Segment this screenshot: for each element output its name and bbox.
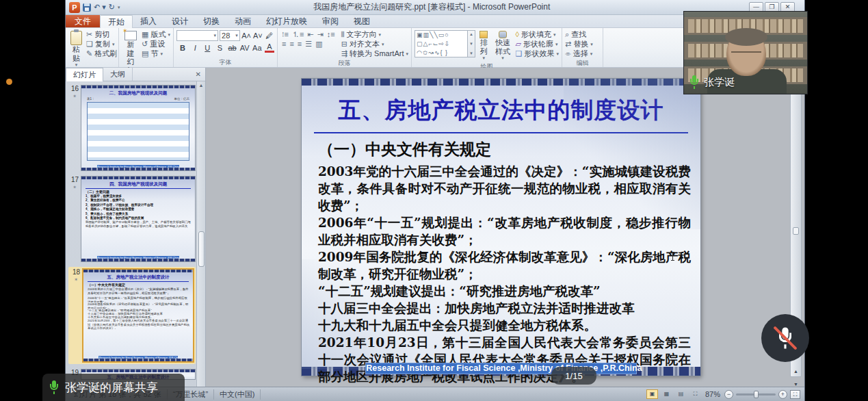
align-left-icon[interactable]: ≡ — [282, 40, 286, 48]
zoom-out-button[interactable]: − — [724, 390, 733, 399]
select-button[interactable]: ⌯选择▾ — [565, 49, 593, 58]
panel-scrollbar[interactable]: ▲ — [196, 81, 205, 387]
slide-thumbnail-16[interactable]: 16✶ 二、我国房地产税现状及问题 表1：单位：亿元 Research Inst… — [68, 85, 196, 171]
slide-thumbnail-17[interactable]: 17✶ 四、我国房地产税现状及问题 （二）主要问题 1、税基窄，税费流失较多 2… — [68, 176, 196, 262]
window-title: 我国房地产税立法问题研究.ppt [兼容模式] - Microsoft Powe… — [120, 1, 744, 13]
presenter-webcam-video[interactable]: 张学诞 — [684, 12, 807, 94]
justify-icon[interactable]: ☰ — [305, 40, 312, 48]
font-size-combobox[interactable]: 28▾ — [220, 30, 240, 41]
panel-close-icon[interactable]: ✕ — [196, 70, 201, 78]
tab-animations[interactable]: 动画 — [227, 15, 259, 27]
zoom-in-button[interactable]: + — [778, 390, 787, 399]
tab-review[interactable]: 审阅 — [315, 15, 346, 27]
find-button[interactable]: ⌕查找 — [565, 30, 593, 39]
new-slide-icon — [124, 31, 137, 40]
presenter-face — [726, 31, 766, 76]
slide-body-text[interactable]: 2003年党的十六届三中全会通过的《决定》：“实施城镇建设税费改革，条件具备时对… — [318, 163, 691, 385]
text-direction-button[interactable]: ⫴文字方向▾ — [341, 30, 408, 39]
underline-button[interactable]: U — [202, 44, 212, 52]
shape-outline-button[interactable]: ▱形状轮廓▾ — [516, 40, 559, 49]
decrease-indent-icon[interactable]: ⇤ — [307, 31, 313, 38]
tab-transitions[interactable]: 切换 — [196, 15, 227, 27]
undo-icon[interactable]: ↶ ▾ — [94, 3, 106, 11]
slide-editing-area: 五、房地产税立法中的制度设计 （一）中央文件有关规定 2003年党的十六届三中全… — [206, 68, 804, 387]
tab-view[interactable]: 视图 — [346, 15, 378, 27]
tab-insert[interactable]: 插入 — [133, 15, 164, 27]
character-spacing-button[interactable]: AV — [240, 44, 250, 52]
reading-view-icon[interactable]: ▤ — [675, 389, 687, 399]
slideshow-icon[interactable]: ⛶ — [689, 389, 701, 399]
mic-green-icon — [49, 380, 59, 394]
decrease-font-icon[interactable]: A˅ — [252, 31, 263, 40]
vertical-scrollbar-thumb[interactable] — [793, 227, 799, 235]
line-spacing-icon[interactable]: ↕≡ — [327, 31, 335, 38]
increase-indent-icon[interactable]: ⇥ — [317, 31, 324, 38]
language-label[interactable]: 中文(中国) — [214, 389, 261, 400]
tab-slideshow[interactable]: 幻灯片放映 — [259, 15, 315, 27]
copy-button[interactable]: ❏复制▾ — [86, 40, 117, 49]
italic-button[interactable]: I — [190, 44, 200, 52]
tab-home[interactable]: 开始 — [100, 15, 133, 28]
shapes-gallery-scroll[interactable]: ▲▼▼ — [468, 30, 475, 57]
tab-file[interactable]: 文件 — [66, 15, 100, 27]
copy-icon: ❏ — [86, 40, 93, 48]
zoom-slider-knob[interactable] — [754, 391, 759, 398]
increase-font-icon[interactable]: A˄ — [241, 31, 252, 40]
microphone-mute-button[interactable] — [761, 314, 809, 362]
numbering-icon[interactable]: ⒈≡ — [292, 31, 304, 38]
paste-button[interactable]: 粘贴▾ — [68, 30, 84, 68]
align-text-button[interactable]: ⊟对齐文本▾ — [341, 40, 408, 49]
change-case-button[interactable]: Aa — [252, 44, 262, 52]
bold-button[interactable]: B — [178, 44, 187, 52]
zoom-slider[interactable] — [736, 393, 776, 396]
shape-fill-button[interactable]: ◊形状填充▾ — [516, 30, 559, 39]
close-button[interactable]: ✕ — [780, 2, 795, 12]
quick-styles-button[interactable]: 快速样式▾ — [492, 30, 514, 62]
window-controls: — ❐ ✕ — [749, 2, 795, 12]
text-direction-icon: ⫴ — [341, 31, 345, 38]
scroll-up-icon[interactable]: ▲ — [199, 81, 204, 88]
previous-slide-icon[interactable]: ▲ — [793, 369, 798, 374]
panel-tab-slides[interactable]: 幻灯片 — [66, 68, 103, 81]
strikethrough-button[interactable]: ab — [228, 44, 237, 52]
restore-button[interactable]: ❐ — [765, 2, 779, 12]
tab-design[interactable]: 设计 — [164, 15, 196, 27]
convert-smartart-button[interactable]: ⇶转换为 SmartArt▾ — [341, 49, 408, 58]
font-color-button[interactable]: A — [265, 42, 274, 53]
columns-icon[interactable]: ▥ — [315, 40, 322, 48]
align-center-icon[interactable]: ≡ — [289, 40, 293, 48]
reset-button[interactable]: ↺重设 — [142, 40, 170, 49]
text-cursor — [672, 252, 673, 261]
group-clipboard: 粘贴▾ ✂剪切 ❏复制▾ ✎格式刷 剪贴板 — [66, 28, 119, 67]
next-slide-icon[interactable]: ▼ — [793, 382, 798, 387]
cut-button[interactable]: ✂剪切 — [86, 30, 117, 39]
align-right-icon[interactable]: ≡ — [298, 40, 302, 48]
slide-sorter-icon[interactable]: ▦ — [661, 389, 672, 399]
slide-title[interactable]: 五、房地产税立法中的制度设计 — [302, 95, 700, 126]
shapes-gallery[interactable]: ▣▥╲╲▭○▢△⌐⌙⇨⇩◠✩↝∿{ } — [415, 30, 468, 57]
mic-on-icon — [689, 75, 699, 89]
section-button[interactable]: ▤节▾ — [142, 49, 170, 58]
shadow-button[interactable]: S — [215, 44, 224, 52]
slide-canvas[interactable]: 五、房地产税立法中的制度设计 （一）中央文件有关规定 2003年党的十六届三中全… — [302, 79, 700, 376]
layout-button[interactable]: ▦版式▾ — [142, 30, 170, 39]
page-indicator: 1/15 — [551, 367, 596, 385]
redo-icon[interactable]: ↻ — [109, 3, 115, 11]
font-name-combobox[interactable]: ▾ — [176, 30, 218, 41]
powerpoint-logo-icon[interactable]: P — [69, 2, 80, 13]
normal-view-icon[interactable]: ▣ — [646, 389, 658, 399]
slide-thumbnail-18-selected[interactable]: 18✶ 五、房地产税立法中的制度设计 （一）中央文件有关规定 2003年党的十六… — [68, 267, 196, 364]
shape-effects-button[interactable]: ❑形状效果▾ — [516, 49, 559, 58]
minimize-button[interactable]: — — [749, 2, 763, 12]
clear-formatting-icon[interactable]: 🖉 — [264, 31, 274, 40]
fit-to-window-icon[interactable]: ⛶ — [790, 390, 800, 399]
slide-heading[interactable]: （一）中央文件有关规定 — [318, 139, 700, 160]
replace-button[interactable]: ⇄替换▾ — [565, 40, 593, 49]
transition-star-icon: ✶ — [68, 92, 79, 100]
arrange-button[interactable]: 排列▾ — [477, 30, 490, 62]
panel-tab-outline[interactable]: 大纲 — [103, 68, 133, 81]
bullets-icon[interactable]: ⁝≡ — [282, 31, 289, 38]
panel-scrollbar-thumb[interactable] — [198, 231, 205, 267]
save-icon[interactable] — [83, 3, 91, 12]
format-painter-button[interactable]: ✎格式刷 — [86, 49, 117, 58]
